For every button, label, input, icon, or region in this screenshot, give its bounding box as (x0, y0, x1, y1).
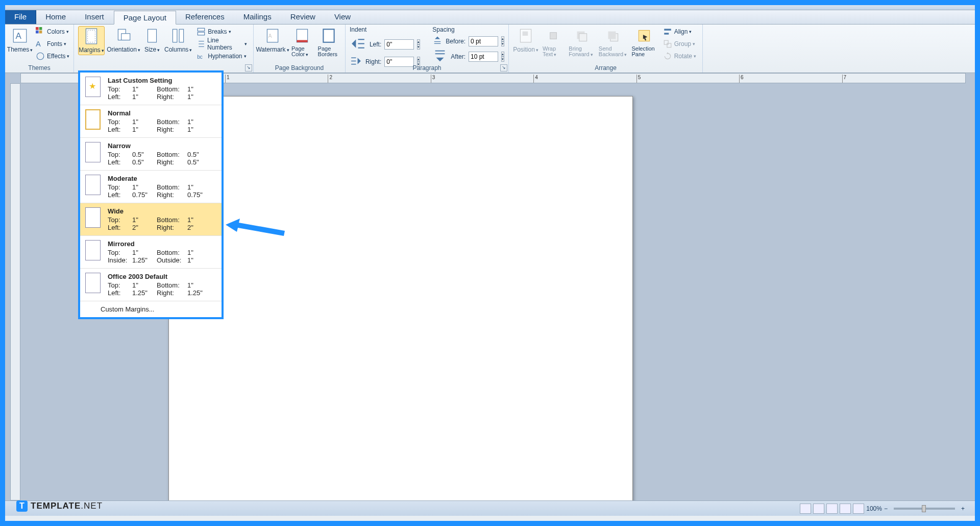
group-button[interactable]: Group▾ (661, 38, 698, 50)
line-numbers-button[interactable]: Line Numbers▾ (194, 38, 249, 50)
svg-text:A: A (36, 40, 41, 48)
margin-option-moderate[interactable]: ModerateTop:1"Bottom:1"Left:0.75"Right:0… (80, 170, 222, 203)
selection-pane-icon (635, 27, 653, 44)
margin-option-last-custom-setting[interactable]: Last Custom SettingTop:1"Bottom:1"Left:1… (80, 73, 222, 105)
rotate-button[interactable]: Rotate▾ (661, 51, 698, 62)
custom-margins-button[interactable]: Custom Margins... (80, 301, 222, 317)
margin-option-narrow[interactable]: NarrowTop:0.5"Bottom:0.5"Left:0.5"Right:… (80, 137, 222, 170)
group-themes: A Themes Colors▾ AFonts▾ Effects▾ Themes (5, 25, 74, 73)
view-web-layout[interactable] (826, 504, 838, 514)
size-icon (143, 27, 161, 44)
send-backward-button[interactable]: Send Backward (598, 26, 627, 59)
ruler-vertical[interactable] (10, 83, 20, 500)
position-button[interactable]: Position (513, 26, 538, 54)
view-draft[interactable] (853, 504, 864, 514)
margin-option-wide[interactable]: WideTop:1"Bottom:1"Left:2"Right:2" (80, 203, 222, 235)
colors-button[interactable]: Colors▾ (34, 26, 71, 37)
position-icon (517, 27, 534, 44)
margin-row-left-right: Left:1"Right:1" (108, 126, 216, 133)
svg-point-7 (37, 53, 44, 60)
margin-row-top-bottom: Top:1"Bottom:1" (108, 118, 216, 126)
tab-references[interactable]: References (176, 10, 234, 24)
tab-mailings[interactable]: Mailings (234, 10, 281, 24)
page-setup-launcher[interactable]: ↘ (245, 64, 252, 71)
orientation-button[interactable]: Orientation (108, 26, 139, 54)
bring-forward-button[interactable]: Bring Forward (568, 26, 595, 59)
colors-icon (36, 27, 45, 36)
breaks-button[interactable]: Breaks▾ (194, 26, 249, 37)
group-label-themes: Themes (5, 64, 74, 71)
spacing-before-input[interactable] (469, 36, 498, 46)
indent-heading: Indent (350, 26, 420, 33)
indent-left-spinner[interactable]: ▴▾ (417, 39, 420, 50)
margin-row-left-right: Left:1"Right:1" (108, 93, 216, 101)
margin-row-left-right: Left:0.75"Right:0.75" (108, 191, 216, 199)
zoom-in[interactable]: + (961, 505, 965, 512)
margin-thumb-icon (85, 207, 101, 228)
svg-rect-15 (198, 28, 205, 31)
margin-option-mirrored[interactable]: MirroredTop:1"Bottom:1"Inside:1.25"Outsi… (80, 235, 222, 268)
svg-rect-4 (36, 31, 39, 34)
watermark-logo: T TEMPLATE.NET (16, 500, 103, 512)
fonts-icon: A (36, 39, 45, 49)
wrap-text-button[interactable]: Wrap Text (542, 26, 565, 59)
spacing-after-spinner[interactable]: ▴▾ (501, 52, 504, 62)
svg-rect-45 (664, 33, 669, 34)
page-color-button[interactable]: Page Color (290, 26, 314, 59)
margin-row-left-right: Left:0.5"Right:0.5" (108, 158, 216, 166)
tab-review[interactable]: Review (281, 10, 325, 24)
template-icon: T (16, 500, 28, 512)
themes-button[interactable]: A Themes (9, 26, 31, 54)
tab-file[interactable]: File (5, 10, 36, 24)
orientation-icon (115, 27, 132, 44)
watermark-icon: A (264, 27, 281, 44)
group-label-paragraph: Paragraph (346, 64, 508, 71)
zoom-out[interactable]: − (884, 505, 888, 512)
view-full-screen[interactable] (813, 504, 824, 514)
group-label-arrange: Arrange (509, 64, 702, 71)
margin-row-top-bottom: Top:1"Bottom:1" (108, 216, 216, 224)
zoom-slider[interactable] (894, 508, 955, 510)
margin-option-title: Narrow (108, 142, 216, 150)
paragraph-launcher[interactable]: ↘ (500, 64, 507, 71)
spacing-before-spinner[interactable]: ▴▾ (501, 36, 504, 46)
view-outline[interactable] (840, 504, 851, 514)
indent-left-input[interactable] (384, 39, 414, 50)
margin-thumb-icon (85, 142, 101, 162)
svg-rect-42 (608, 32, 616, 39)
svg-rect-37 (523, 32, 528, 36)
watermark-button[interactable]: AWatermark (258, 26, 287, 54)
margin-row-top-bottom: Top:1"Bottom:1" (108, 85, 216, 93)
margin-option-normal[interactable]: NormalTop:1"Bottom:1"Left:1"Right:1" (80, 105, 222, 137)
page-borders-button[interactable]: Page Borders (317, 26, 341, 58)
margin-option-office-2003-default[interactable]: Office 2003 DefaultTop:1"Bottom:1"Left:1… (80, 268, 222, 301)
spacing-after-input[interactable] (469, 52, 498, 62)
svg-rect-14 (179, 29, 184, 42)
effects-button[interactable]: Effects▾ (34, 51, 71, 62)
effects-icon (36, 52, 45, 61)
hyphenation-button[interactable]: bcHyphenation▾ (194, 51, 249, 62)
svg-rect-3 (39, 27, 42, 30)
svg-rect-25 (324, 29, 334, 42)
selection-pane-button[interactable]: Selection Pane (630, 26, 657, 58)
size-button[interactable]: Size (142, 26, 162, 54)
margin-row-top-bottom: Top:1"Bottom:1" (108, 183, 216, 191)
tab-insert[interactable]: Insert (76, 10, 114, 24)
columns-button[interactable]: Columns (165, 26, 191, 54)
document-page[interactable] (168, 96, 633, 500)
tab-view[interactable]: View (325, 10, 360, 24)
view-print-layout[interactable] (800, 504, 811, 514)
wrap-text-icon (545, 27, 562, 44)
zoom-percent[interactable]: 100% (866, 505, 882, 512)
group-icon (663, 39, 672, 49)
fonts-button[interactable]: AFonts▾ (34, 38, 71, 50)
svg-rect-40 (579, 34, 587, 41)
tab-home[interactable]: Home (36, 10, 76, 24)
group-arrange: Position Wrap Text Bring Forward Send Ba… (509, 25, 703, 73)
margin-thumb-icon (85, 109, 101, 130)
margins-button[interactable]: Margins (78, 26, 105, 55)
svg-text:bc: bc (197, 54, 203, 60)
align-button[interactable]: Align▾ (661, 26, 698, 37)
spacing-heading: Spacing (432, 26, 504, 33)
tab-page-layout[interactable]: Page Layout (114, 11, 176, 25)
